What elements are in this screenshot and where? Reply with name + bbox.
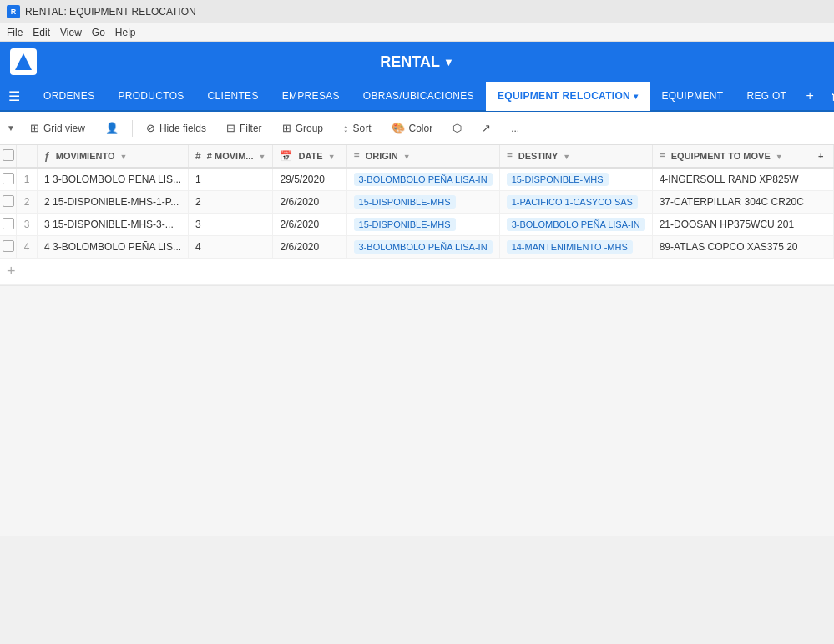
cell-destiny[interactable]: 1-PACIFICO 1-CASYCO SAS [499,191,652,214]
menu-bar: File Edit View Go Help [0,23,834,42]
tab-productos[interactable]: PRODUCTOS [106,81,195,111]
tab-empresas[interactable]: EMPRESAS [270,81,351,111]
destiny-list-icon: ≡ [507,150,513,162]
header-checkbox-cell [0,145,17,168]
destiny-sort-arrow: ▼ [563,153,570,161]
cell-movimiento[interactable]: 3 15-DISPONIBLE-MHS-3-... [38,214,189,236]
table-row[interactable]: 4 4 3-BOLOMBOLO PEÑA LIS... 4 2/6/2020 3… [0,236,834,259]
header-movimiento[interactable]: ƒ MOVIMIENTO ▼ [38,145,189,168]
row-checkbox-cell [0,214,17,236]
cell-destiny[interactable]: 15-DISPONIBLE-MHS [499,168,652,191]
calendar-icon: 📅 [280,150,292,162]
hash-icon: # [195,150,201,162]
menu-view[interactable]: View [60,27,82,38]
cell-movim[interactable]: 4 [189,236,273,259]
row-checkbox[interactable] [3,240,14,252]
row-checkbox[interactable] [3,195,14,207]
app-logo [10,48,37,75]
tab-obras[interactable]: OBRAS/UBICACIONES [351,81,486,111]
app-title-arrow[interactable]: ▼ [443,56,454,68]
header-row-num [17,145,38,168]
group-button[interactable]: ⊞ Group [274,118,331,138]
sort-button[interactable]: ↕ Sort [335,118,380,138]
add-tab-button[interactable]: + [798,84,821,108]
hamburger-icon[interactable]: ☰ [3,85,25,108]
grid-icon: ⊞ [30,122,39,134]
row-checkbox[interactable] [3,218,14,229]
header-origin[interactable]: ≡ ORIGIN ▼ [346,145,499,168]
table-row[interactable]: 2 2 15-DISPONIBLE-MHS-1-P... 2 2/6/2020 … [0,191,834,214]
sort-icon: ↕ [343,122,349,134]
tab-reg-ot[interactable]: REG OT [735,81,798,111]
app-icon: R [7,5,20,18]
cell-movimiento[interactable]: 2 15-DISPONIBLE-MHS-1-P... [38,191,189,214]
cell-equipment[interactable]: 37-CATERPILLAR 304C CR20C [652,191,811,214]
grid-view-button[interactable]: ⊞ Grid view [22,118,94,138]
cell-equipment[interactable]: 21-DOOSAN HP375WCU 201 [652,214,811,236]
color-icon: 🎨 [392,122,405,134]
hide-fields-icon: ⊘ [146,122,155,134]
share-icon: ↗ [482,122,491,134]
row-checkbox[interactable] [3,173,14,184]
header-equipment[interactable]: ≡ EQUIPMENT TO MOVE ▼ [652,145,811,168]
tab-ordenes[interactable]: ORDENES [32,81,106,111]
table-row[interactable]: 1 1 3-BOLOMBOLO PEÑA LIS... 1 29/5/2020 … [0,168,834,191]
data-table: ƒ MOVIMIENTO ▼ # # MOVIM... ▼ 📅 DATE ▼ ≡… [0,145,834,259]
tab-clientes[interactable]: CLIENTES [196,81,270,111]
cell-origin[interactable]: 15-DISPONIBLE-MHS [346,214,499,236]
expand-icon: ⬡ [452,122,462,134]
select-all-checkbox[interactable] [3,149,14,161]
cell-origin[interactable]: 3-BOLOMBOLO PEÑA LISA-IN [346,168,499,191]
cell-date[interactable]: 2/6/2020 [273,214,346,236]
tab-equipment-relocation[interactable]: EQUIPMENT RELOCATION ▾ [486,81,650,111]
function-icon: ƒ [44,150,50,162]
hide-fields-button[interactable]: ⊘ Hide fields [138,118,215,138]
person-icon: 👤 [105,122,119,134]
filter-button[interactable]: ⊟ Filter [218,118,270,138]
header-destiny[interactable]: ≡ DESTINY ▼ [499,145,652,168]
cell-movimiento[interactable]: 4 3-BOLOMBOLO PEÑA LIS... [38,236,189,259]
toolbar: ▼ ⊞ Grid view 👤 ⊘ Hide fields ⊟ Filter ⊞… [0,112,834,145]
cell-movim[interactable]: 2 [189,191,273,214]
tab-equipment[interactable]: EQUIPMENT [650,81,735,111]
row-num: 3 [17,214,38,236]
more-button[interactable]: ... [503,119,528,138]
cell-date[interactable]: 2/6/2020 [273,236,346,259]
cell-date[interactable]: 29/5/2020 [273,168,346,191]
header-movim[interactable]: # # MOVIM... ▼ [189,145,273,168]
row-checkbox-cell [0,168,17,191]
cell-origin[interactable]: 3-BOLOMBOLO PEÑA LISA-IN [346,236,499,259]
menu-help[interactable]: Help [115,27,136,38]
equipment-sort-arrow: ▼ [776,153,783,161]
color-button[interactable]: 🎨 Color [383,118,442,138]
cell-origin[interactable]: 15-DISPONIBLE-MHS [346,191,499,214]
cell-movimiento[interactable]: 1 3-BOLOMBOLO PEÑA LIS... [38,168,189,191]
grid-container: ƒ MOVIMIENTO ▼ # # MOVIM... ▼ 📅 DATE ▼ ≡… [0,145,834,536]
title-bar: R RENTAL: EQUIPMENT RELOCATION [0,0,834,23]
filter-icon: ⊟ [226,122,235,134]
equipment-list-icon: ≡ [660,150,665,162]
header-date[interactable]: 📅 DATE ▼ [273,145,346,168]
empty-area [0,285,834,536]
cell-date[interactable]: 2/6/2020 [273,191,346,214]
delete-tab-button[interactable]: 🗑 [825,84,834,108]
add-column-header[interactable]: + [811,145,833,168]
cell-equipment[interactable]: 4-INGERSOLL RAND XP825W [652,168,811,191]
cell-movim[interactable]: 3 [189,214,273,236]
group-icon: ⊞ [282,122,291,134]
person-icon-button[interactable]: 👤 [97,118,127,138]
cell-movim[interactable]: 1 [189,168,273,191]
table-row[interactable]: 3 3 15-DISPONIBLE-MHS-3-... 3 2/6/2020 1… [0,214,834,236]
menu-edit[interactable]: Edit [33,27,50,38]
add-row-button[interactable]: + [0,259,834,285]
share-button[interactable]: ↗ [473,118,499,138]
menu-go[interactable]: Go [92,27,105,38]
cell-destiny[interactable]: 14-MANTENIMIENTO -MHS [499,236,652,259]
menu-file[interactable]: File [7,27,23,38]
cell-equipment[interactable]: 89-ATLAS COPCO XAS375 20 [652,236,811,259]
row-num: 2 [17,191,38,214]
table-header-row: ƒ MOVIMIENTO ▼ # # MOVIM... ▼ 📅 DATE ▼ ≡… [0,145,834,168]
toolbar-filter-arrow[interactable]: ▼ [7,123,15,133]
expand-button[interactable]: ⬡ [444,118,470,138]
cell-destiny[interactable]: 3-BOLOMBOLO PEÑA LISA-IN [499,214,652,236]
